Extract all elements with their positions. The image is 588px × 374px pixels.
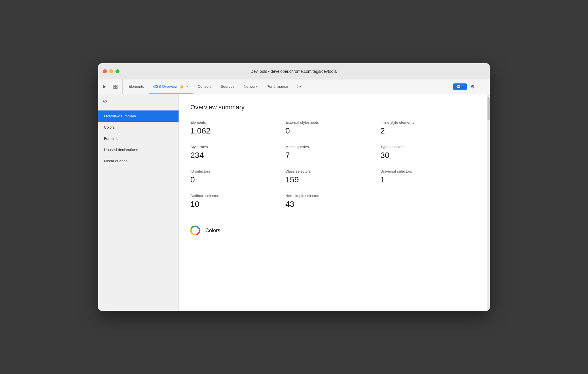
- tab-more[interactable]: ≫: [293, 79, 306, 94]
- tab-css-overview[interactable]: CSS Overview 🔔 ✕: [149, 79, 193, 94]
- colors-section: Colors: [179, 218, 487, 243]
- sidebar-header: ⊘: [98, 94, 179, 108]
- stat-label-media-queries: Media queries: [285, 145, 380, 149]
- cursor-icon: [103, 85, 107, 89]
- main-area: ⊘ Overview summary Colors Font info Unus…: [98, 94, 490, 311]
- stat-value-media-queries: 7: [285, 151, 380, 160]
- more-options-icon: ⋮: [481, 84, 485, 89]
- stats-grid: Elements 1,062 External stylesheets 0 In…: [190, 120, 475, 209]
- stat-label-universal-selectors: Universal selectors: [380, 169, 475, 173]
- scrollbar-thumb[interactable]: [488, 97, 490, 120]
- stat-value-universal-selectors: 1: [380, 175, 475, 184]
- stat-elements: Elements 1,062: [190, 120, 285, 136]
- toolbar-icons: [100, 79, 123, 94]
- sidebar-item-overview-summary[interactable]: Overview summary: [98, 110, 179, 122]
- layers-icon-button[interactable]: [111, 82, 120, 91]
- stat-style-rules: Style rules 234: [190, 145, 285, 160]
- window-title: DevTools - developer.chrome.com/tags/dev…: [251, 69, 337, 74]
- stat-value-elements: 1,062: [190, 126, 285, 136]
- svg-rect-2: [114, 87, 115, 89]
- scrollbar[interactable]: [487, 94, 490, 311]
- notification-button[interactable]: 💬 1: [453, 83, 467, 90]
- stat-value-external-stylesheets: 0: [285, 126, 380, 136]
- stat-value-id-selectors: 0: [190, 175, 285, 184]
- svg-rect-1: [116, 85, 117, 87]
- sidebar-nav: Overview summary Colors Font info Unused…: [98, 108, 179, 169]
- tab-console[interactable]: Console: [193, 79, 216, 94]
- stat-label-style-rules: Style rules: [190, 145, 285, 149]
- layers-icon: [113, 85, 118, 89]
- stat-label-elements: Elements: [190, 120, 285, 125]
- stat-non-simple-selectors: Non-simple selectors 43: [285, 194, 380, 209]
- svg-rect-3: [116, 87, 117, 89]
- stat-universal-selectors: Universal selectors 1: [380, 169, 475, 184]
- colors-section-title: Colors: [205, 228, 220, 234]
- title-bar: DevTools - developer.chrome.com/tags/dev…: [98, 63, 490, 79]
- stat-value-non-simple-selectors: 43: [285, 200, 380, 209]
- tabs-bar: Elements CSS Overview 🔔 ✕ Console Source…: [124, 79, 453, 94]
- sidebar: ⊘ Overview summary Colors Font info Unus…: [98, 94, 179, 311]
- stat-value-inline-style-elements: 2: [380, 126, 475, 136]
- stat-media-queries: Media queries 7: [285, 145, 380, 160]
- cursor-icon-button[interactable]: [100, 82, 110, 91]
- close-button[interactable]: [103, 69, 107, 73]
- tab-elements[interactable]: Elements: [124, 79, 149, 94]
- stat-placeholder: [380, 194, 475, 209]
- tab-performance[interactable]: Performance: [262, 79, 293, 94]
- tab-sources[interactable]: Sources: [216, 79, 239, 94]
- stat-type-selectors: Type selectors 30: [380, 145, 475, 160]
- stat-inline-style-elements: Inline style elements 2: [380, 120, 475, 136]
- sidebar-item-font-info[interactable]: Font info: [98, 133, 179, 144]
- devtools-window: DevTools - developer.chrome.com/tags/dev…: [98, 63, 490, 311]
- overview-summary-section: Overview summary Elements 1,062 External…: [179, 94, 487, 218]
- overview-section-title: Overview summary: [190, 104, 475, 111]
- stat-value-class-selectors: 159: [285, 175, 380, 184]
- stat-label-inline-style-elements: Inline style elements: [380, 120, 475, 125]
- toolbar: Elements CSS Overview 🔔 ✕ Console Source…: [98, 79, 490, 94]
- tab-close-icon[interactable]: ✕: [186, 85, 189, 88]
- block-icon: ⊘: [103, 99, 107, 104]
- maximize-button[interactable]: [115, 69, 120, 73]
- stat-value-style-rules: 234: [190, 151, 285, 160]
- more-options-button[interactable]: ⋮: [478, 82, 488, 91]
- toolbar-right: 💬 1 ⚙ ⋮: [453, 79, 488, 94]
- settings-button[interactable]: ⚙: [468, 82, 477, 91]
- stat-attribute-selectors: Attribute selectors 10: [190, 194, 285, 209]
- sidebar-item-media-queries[interactable]: Media queries: [98, 155, 179, 167]
- colors-ring-icon: [190, 225, 201, 236]
- minimize-button[interactable]: [109, 69, 113, 73]
- stat-value-attribute-selectors: 10: [190, 200, 285, 209]
- stat-class-selectors: Class selectors 159: [285, 169, 380, 184]
- sidebar-item-unused-declarations[interactable]: Unused declarations: [98, 144, 179, 155]
- tab-network[interactable]: Network: [239, 79, 262, 94]
- stat-label-external-stylesheets: External stylesheets: [285, 120, 380, 125]
- sidebar-item-colors[interactable]: Colors: [98, 122, 179, 133]
- stat-id-selectors: ID selectors 0: [190, 169, 285, 184]
- stat-label-attribute-selectors: Attribute selectors: [190, 194, 285, 198]
- stat-label-non-simple-selectors: Non-simple selectors: [285, 194, 380, 198]
- stat-label-class-selectors: Class selectors: [285, 169, 380, 173]
- stat-label-type-selectors: Type selectors: [380, 145, 475, 149]
- css-overview-icon: 🔔: [179, 85, 184, 89]
- settings-icon: ⚙: [471, 84, 475, 89]
- traffic-lights: [103, 69, 120, 73]
- stat-value-type-selectors: 30: [380, 151, 475, 160]
- stat-label-id-selectors: ID selectors: [190, 169, 285, 173]
- stat-external-stylesheets: External stylesheets 0: [285, 120, 380, 136]
- content-area: Overview summary Elements 1,062 External…: [179, 94, 487, 311]
- svg-rect-0: [114, 85, 115, 87]
- chat-icon: 💬: [456, 85, 461, 89]
